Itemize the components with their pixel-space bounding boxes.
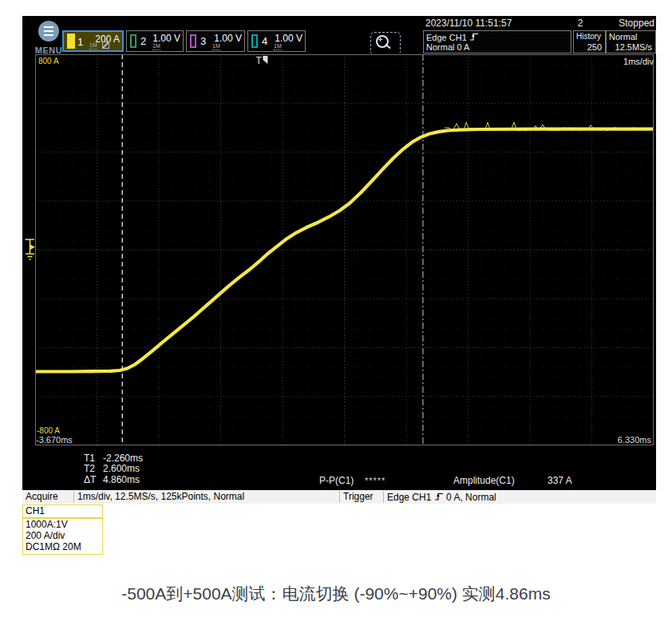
divider (73, 491, 74, 503)
sample-rate-value: 12.5MS/s (615, 42, 652, 52)
channel-2-color-chip (130, 34, 136, 48)
ch1-coupling: DC1MΩ 20M (23, 541, 102, 552)
channel-2-box[interactable]: 2 1.00 V 1M (126, 30, 184, 52)
channel-3-scale: 1.00 V (214, 33, 242, 44)
rising-edge-icon (434, 492, 444, 501)
left-time-label: -3.670ms (36, 435, 73, 445)
divider (383, 491, 384, 503)
probe-icon (102, 42, 109, 49)
impedance-1M-icon: 1M (274, 43, 282, 50)
datetime-label: 2023/11/10 11:51:57 (425, 18, 512, 29)
trigger-type-label: Edge CH1 (426, 32, 479, 42)
cursor-delta-readout: ΔT4.860ms (84, 474, 140, 485)
channel-4-number: 4 (262, 35, 267, 47)
impedance-1M-icon: 1M (152, 43, 160, 50)
channel-4-box[interactable]: 4 1.00 V 1M (247, 30, 306, 52)
top-amplitude-label: 800 A (38, 57, 59, 65)
oscilloscope-screen: MENU 1 200 A 1M 2 1.00 V 1M 3 1.00 V 1M … (22, 16, 656, 504)
history-box[interactable]: History 250 (573, 30, 606, 53)
channel-3-number: 3 (200, 35, 206, 47)
channel-2-number: 2 (140, 35, 146, 47)
page: { "caption": "-500A到+500A测试：电流切换 (-90%~+… (0, 0, 672, 629)
status-bar: Acquire 1ms/div, 12.5MS/s, 125kPoints, N… (22, 490, 656, 504)
history-count: 250 (587, 42, 602, 52)
trigger-settings-value[interactable]: Edge CH1 0 A, Normal (387, 492, 496, 503)
pp-measure-label: P-P(C1) (319, 476, 354, 486)
channel-1-box[interactable]: 1 200 A 1M (62, 30, 124, 52)
rising-edge-icon (469, 32, 479, 42)
amplitude-measure-value: 337 A (547, 476, 572, 486)
impedance-1M-icon: 1M (212, 43, 220, 50)
channel-2-scale: 1.00 V (152, 33, 180, 44)
graticule: T (35, 54, 654, 445)
channel-1-color-chip (67, 34, 75, 49)
cursor-t1-readout: T1-2.260ms (84, 453, 143, 464)
ch1-info-panel: CH1 1000A:1V 200 A/div DC1MΩ 20M (22, 504, 103, 555)
acquisition-count: 2 (572, 18, 588, 29)
ch1-panel-title: CH1 (23, 505, 102, 519)
sample-mode-box[interactable]: Normal 12.5MS/s (606, 30, 656, 53)
ch1-scale: 200 A/div (23, 530, 102, 541)
history-label: History (576, 32, 601, 41)
run-state-label: Stopped (619, 18, 654, 29)
cursor-t2-readout: T22.600ms (84, 463, 140, 474)
channel-4-scale: 1.00 V (275, 33, 302, 44)
channel-1-number: 1 (77, 36, 83, 48)
zoom-tool-icon[interactable]: + (370, 32, 401, 55)
acquire-label[interactable]: Acquire (26, 492, 58, 502)
impedance-1M-icon: 1M (89, 42, 97, 49)
trigger-summary-box[interactable]: Edge CH1 Normal 0 A (423, 30, 571, 53)
amplitude-measure-label: Amplitude(C1) (453, 476, 515, 486)
channel-3-color-chip (190, 34, 196, 48)
right-time-label: 6.330ms (618, 435, 651, 445)
bottom-amplitude-label: -800 A (37, 426, 60, 435)
trigger-mode-label: Normal 0 A (426, 42, 469, 52)
ch1-probe-ratio: 1000A:1V (23, 519, 102, 530)
divider (339, 491, 340, 503)
trigger-level-icon[interactable] (24, 237, 36, 262)
sample-mode-label: Normal (609, 32, 637, 42)
channel-4-color-chip (251, 34, 258, 48)
timebase-label: 1ms/div (623, 57, 654, 66)
menu-icon (38, 21, 59, 42)
svg-text:T: T (255, 55, 262, 66)
channel-3-box[interactable]: 3 1.00 V 1M (186, 30, 245, 52)
acquire-settings-value[interactable]: 1ms/div, 12.5MS/s, 125kPoints, Normal (77, 492, 244, 502)
caption-text: -500A到+500A测试：电流切换 (-90%~+90%) 实测4.86ms (0, 583, 672, 605)
trigger-label[interactable]: Trigger (343, 492, 374, 502)
pp-measure-value: ***** (365, 476, 385, 485)
